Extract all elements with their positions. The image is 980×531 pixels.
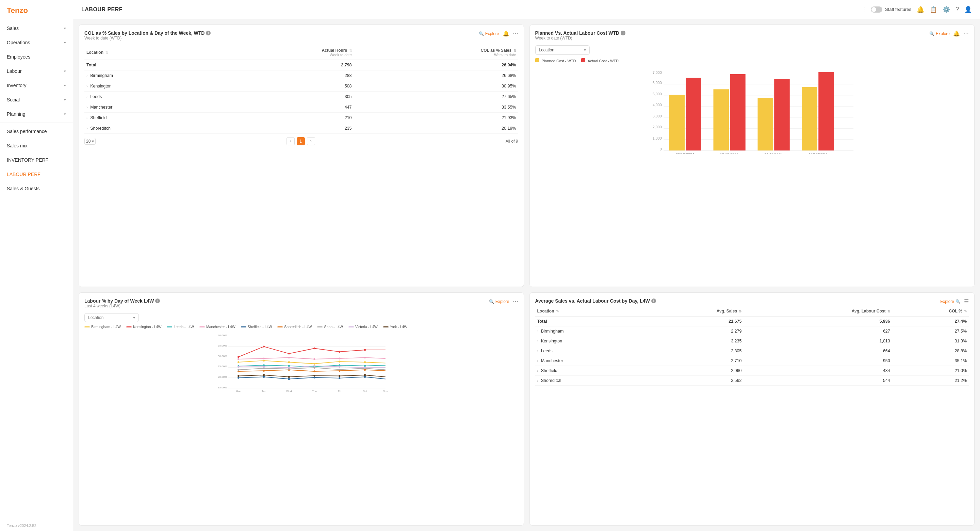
page-1-btn[interactable]: 1 <box>297 137 305 145</box>
prev-page-btn[interactable]: ‹ <box>286 137 295 145</box>
legend-line-kensington <box>126 327 132 327</box>
expand-icon[interactable]: › <box>86 84 88 88</box>
version-text: Tenzo v2024.2.52 <box>0 520 73 531</box>
bar-chart-svg: 0 1,000 2,000 3,000 4,000 5,000 6,000 7,… <box>535 66 969 154</box>
planned-actual-more-icon[interactable]: ⋯ <box>963 30 969 37</box>
avg-sales-info-icon[interactable]: i <box>651 298 656 303</box>
sidebar-label-sales-guests: Sales & Guests <box>7 186 40 191</box>
sidebar-item-inventory[interactable]: Inventory ▾ <box>0 78 73 92</box>
planned-actual-bell-icon[interactable]: 🔔 <box>953 30 960 37</box>
labour-pct-subtitle: Last 4 weeks (L4W) <box>84 304 160 308</box>
svg-point-70 <box>313 367 315 368</box>
col-sales-more-icon[interactable]: ⋯ <box>513 30 518 37</box>
notification-icon[interactable]: 🔔 <box>917 6 924 13</box>
legend-soho: Soho - L4W <box>317 325 343 329</box>
svg-point-58 <box>313 376 315 378</box>
avg-row-location: › Kensington <box>535 336 642 346</box>
avg-sales-sort[interactable]: ⇅ <box>739 309 741 313</box>
expand-icon[interactable]: › <box>86 116 88 120</box>
legend-shoreditch: Shoreditch - L4W <box>277 325 312 329</box>
avg-row-sales: 21,675 <box>642 317 743 327</box>
expand-icon[interactable]: › <box>86 95 88 99</box>
sidebar-item-operations[interactable]: Operations ▾ <box>0 35 73 50</box>
legend-line-leeds <box>167 327 172 327</box>
location-dropdown[interactable]: Location ▾ <box>535 45 590 55</box>
labour-location-filter[interactable]: Location ▾ <box>84 313 139 322</box>
avg-sales-more-icon[interactable]: ☰ <box>964 298 969 305</box>
avg-sales-header: Average Sales vs. Actual Labour Cost by … <box>535 298 969 305</box>
svg-text:Wed: Wed <box>286 390 292 393</box>
table-row: › Leeds 305 27.65% <box>84 92 518 102</box>
planned-actual-card: Planned Vs. Actual Labour Cost WTD i Wee… <box>530 24 975 287</box>
sidebar-item-sales[interactable]: Sales ▾ <box>0 21 73 35</box>
table-row: › Kensington 3,235 1,013 31.3% <box>535 336 969 346</box>
labour-pct-more-icon[interactable]: ⋯ <box>513 298 518 305</box>
explore-search-icon2: 🔍 <box>929 31 934 36</box>
sidebar-item-inventory-perf[interactable]: INVENTORY PERF <box>0 153 73 167</box>
avg-sales-explore-btn[interactable]: Explore 🔍 <box>940 299 961 304</box>
svg-text:Sun: Sun <box>383 390 388 393</box>
svg-point-54 <box>364 357 366 359</box>
row-hours: 508 <box>212 81 354 92</box>
expand-icon[interactable]: › <box>86 73 88 78</box>
sidebar-item-labour-perf[interactable]: LABOUR PERF <box>0 167 73 182</box>
svg-point-60 <box>364 376 366 378</box>
labour-pct-header: Labour % by Day of Week L4W i Last 4 wee… <box>84 298 518 312</box>
expand-icon[interactable]: › <box>537 378 539 383</box>
sidebar-item-employees[interactable]: Employees <box>0 50 73 64</box>
avg-row-col-pct: 31.3% <box>892 336 969 346</box>
actual-legend-label: Actual Cost - WTD <box>588 59 619 63</box>
help-icon[interactable]: ? <box>956 6 959 13</box>
svg-point-45 <box>288 365 290 367</box>
sidebar-item-sales-guests[interactable]: Sales & Guests <box>0 182 73 196</box>
page-size-select[interactable]: 20 ▾ <box>84 138 95 145</box>
expand-icon[interactable]: › <box>86 126 88 130</box>
labour-location-placeholder: Location <box>88 315 103 320</box>
sidebar-item-planning[interactable]: Planning ▾ <box>0 107 73 121</box>
planned-actual-info-icon[interactable]: i <box>620 30 625 35</box>
toggle-switch[interactable] <box>871 6 882 13</box>
user-icon[interactable]: 👤 <box>964 6 972 13</box>
svg-text:4,000: 4,000 <box>652 103 662 107</box>
sidebar-item-sales-performance[interactable]: Sales performance <box>0 124 73 139</box>
legend-victoria: Victoria - L4W <box>348 325 378 329</box>
sidebar-item-sales-mix[interactable]: Sales mix <box>0 139 73 153</box>
avg-labour-sort[interactable]: ⇅ <box>888 309 890 313</box>
svg-text:15.00%: 15.00% <box>218 386 227 389</box>
expand-icon[interactable]: › <box>537 349 539 353</box>
document-icon[interactable]: 📋 <box>930 6 937 13</box>
avg-col-pct-sort[interactable]: ⇅ <box>964 309 967 313</box>
sidebar-label-inventory: Inventory <box>7 83 27 88</box>
svg-text:12/12/2024: 12/12/2024 <box>808 153 827 154</box>
col-sales-explore-btn[interactable]: 🔍 Explore <box>479 31 499 36</box>
expand-icon[interactable]: › <box>537 329 539 333</box>
next-page-btn[interactable]: › <box>307 137 315 145</box>
expand-icon[interactable]: › <box>537 339 539 343</box>
labour-pct-info-icon[interactable]: i <box>155 298 160 303</box>
sidebar-item-social[interactable]: Social ▾ <box>0 92 73 107</box>
page-title: LABOUR PERF <box>81 6 862 13</box>
svg-text:Fri: Fri <box>338 390 341 393</box>
hours-sort-icon[interactable]: ⇅ <box>349 49 352 53</box>
avg-row-sales: 2,279 <box>642 327 743 336</box>
planned-actual-explore-btn[interactable]: 🔍 Explore <box>929 31 950 36</box>
line-shoreditch <box>239 370 385 372</box>
expand-icon[interactable]: › <box>86 105 88 109</box>
planned-actual-header: Planned Vs. Actual Labour Cost WTD i Wee… <box>535 30 969 44</box>
col-pct-sort-icon[interactable]: ⇅ <box>514 49 516 53</box>
svg-point-75 <box>288 367 290 368</box>
svg-text:10/12/2024: 10/12/2024 <box>720 153 738 154</box>
col-sales-bell-icon[interactable]: 🔔 <box>503 30 509 37</box>
expand-icon[interactable]: › <box>537 359 539 363</box>
legend-line-shoreditch <box>277 327 283 327</box>
col-sales-info-icon[interactable]: i <box>206 30 211 35</box>
avg-location-sort[interactable]: ⇅ <box>556 309 559 313</box>
labour-pct-explore-btn[interactable]: 🔍 Explore <box>489 299 509 304</box>
settings-icon[interactable]: ⚙️ <box>943 6 950 13</box>
page-more-icon[interactable]: ⋮ <box>862 6 868 13</box>
content-grid: COL as % Sales by Location & Day of the … <box>73 19 980 531</box>
location-sort-icon[interactable]: ⇅ <box>105 51 108 54</box>
expand-icon[interactable]: › <box>537 368 539 373</box>
staff-features-toggle[interactable]: Staff features <box>871 6 911 13</box>
sidebar-item-labour[interactable]: Labour ▾ <box>0 64 73 78</box>
